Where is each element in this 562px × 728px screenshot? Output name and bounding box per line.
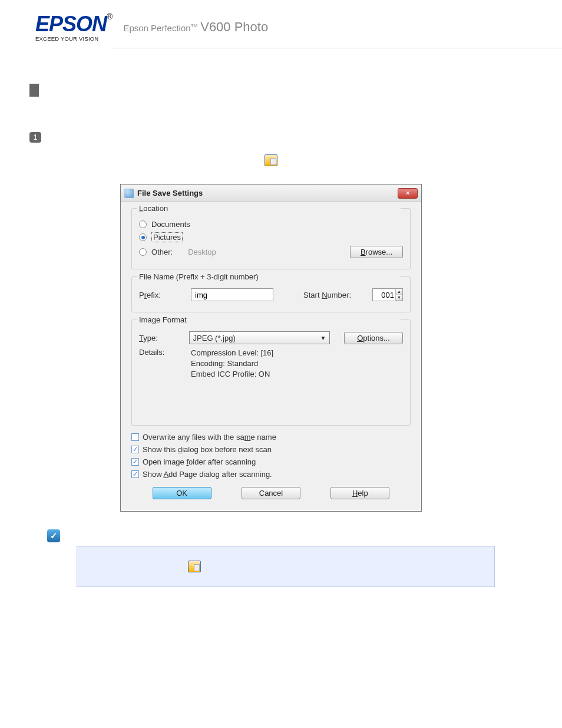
close-button[interactable]: ✕ [398,188,418,199]
detail-compression: Compression Level: [16] [191,348,273,358]
document-body: 1 File Save Settings ✕ Location Document… [0,48,542,628]
options-checklist: Overwrite any files with the same name S… [131,433,411,479]
product-name: Epson PerfectionTM V600 Photo [123,19,268,35]
step-number-badge: 1 [29,132,41,143]
radio-pictures-label: Pictures [151,232,183,242]
check-showdialog-label: Show this dialog box before next scan [143,445,272,454]
browse-button[interactable]: Browse... [350,246,403,258]
file-save-settings-icon [265,154,277,166]
filename-group: File Name (Prefix + 3-digit number) Pref… [131,276,411,312]
location-group: Location Documents Pictures Other: [131,208,411,269]
dialog-title: File Save Settings [137,189,398,197]
dialog-actions: OK Cancel Help [131,487,411,503]
detail-icc: Embed ICC Profile: ON [191,369,273,380]
check-openfolder-label: Open image folder after scanning [143,457,256,466]
brand-tagline: EXCEED YOUR VISION [35,35,113,42]
other-path-value: Desktop [188,248,216,256]
details-label: Details: [139,348,186,357]
file-save-settings-icon-note [188,561,201,572]
spin-down-icon[interactable]: ▼ [395,295,402,301]
check-addpage[interactable] [131,470,139,478]
brand-logo: EPSON® EXCEED YOUR VISION [35,12,113,42]
cancel-button[interactable]: Cancel [242,487,300,499]
spin-up-icon[interactable]: ▲ [395,289,402,295]
image-format-group: Image Format Type: JPEG (*.jpg) ▼ Option… [131,319,411,426]
brand-name: EPSON [35,12,107,36]
dialog-titlebar: File Save Settings ✕ [121,185,421,202]
chevron-down-icon: ▼ [320,335,326,341]
type-label: Type: [139,334,184,342]
detail-encoding: Encoding: Standard [191,358,273,369]
note-box [77,546,495,587]
start-number-spinner[interactable]: ▲▼ [372,288,403,301]
prefix-label: Prefix: [139,291,186,299]
radio-other-label: Other: [151,248,173,256]
note-icon: ✓ [47,529,60,542]
filename-legend: File Name (Prefix + 3-digit number) [137,272,401,281]
help-button[interactable]: Help [330,487,389,499]
radio-other[interactable] [139,248,147,256]
image-format-legend: Image Format [137,315,401,324]
check-addpage-label: Show Add Page dialog after scanning. [143,470,272,479]
registered-mark: ® [107,12,113,21]
radio-documents[interactable] [139,220,147,228]
section-bullet [29,84,39,97]
start-number-label: Start Number: [303,291,351,299]
prefix-input[interactable] [191,288,273,301]
radio-documents-label: Documents [151,220,190,229]
dialog-icon [124,189,134,198]
check-showdialog[interactable] [131,446,139,453]
check-overwrite-label: Overwrite any files with the same name [143,433,276,442]
ok-button[interactable]: OK [153,487,211,499]
file-save-settings-dialog: File Save Settings ✕ Location Documents … [120,184,422,512]
check-openfolder[interactable] [131,458,139,466]
type-select[interactable]: JPEG (*.jpg) ▼ [189,331,330,344]
type-value: JPEG (*.jpg) [193,334,236,342]
page-header: EPSON® EXCEED YOUR VISION Epson Perfecti… [112,0,562,48]
radio-pictures[interactable] [139,233,147,241]
check-overwrite[interactable] [131,433,139,441]
options-button[interactable]: Options... [344,332,403,344]
